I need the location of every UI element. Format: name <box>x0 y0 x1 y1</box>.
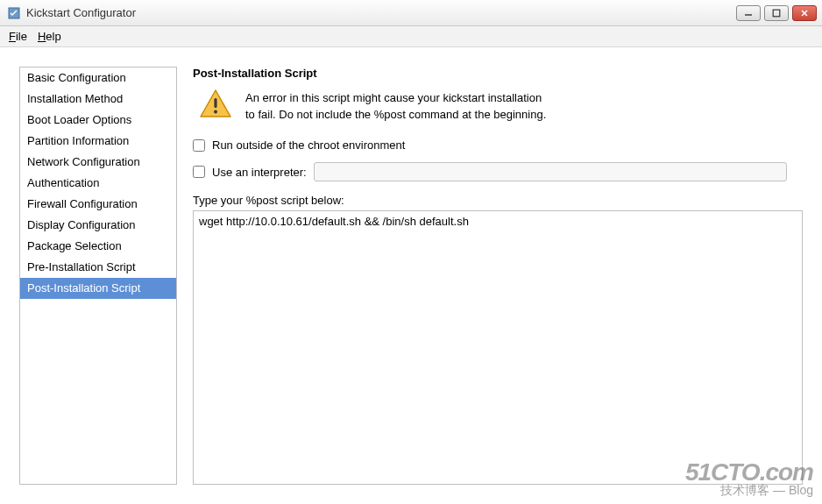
sidebar-item-partition-information[interactable]: Partition Information <box>20 131 176 152</box>
close-button[interactable] <box>792 5 817 21</box>
sidebar-item-package-selection[interactable]: Package Selection <box>20 236 176 257</box>
interpreter-row: Use an interpreter: <box>193 162 803 181</box>
warning-line1: An error in this script might cause your… <box>245 90 546 107</box>
warning-icon <box>198 87 233 124</box>
sidebar-item-firewall-configuration[interactable]: Firewall Configuration <box>20 194 176 215</box>
menu-help[interactable]: Help <box>38 30 61 43</box>
interpreter-label: Use an interpreter: <box>212 166 307 179</box>
maximize-button[interactable] <box>764 5 789 21</box>
menu-bar: File Help <box>0 26 822 47</box>
sidebar-item-boot-loader-options[interactable]: Boot Loader Options <box>20 110 176 131</box>
window-title: Kickstart Configurator <box>26 6 736 19</box>
warning-line2: to fail. Do not include the %post comman… <box>245 107 546 124</box>
warning-text: An error in this script might cause your… <box>245 87 546 124</box>
sidebar[interactable]: Basic ConfigurationInstallation MethodBo… <box>19 67 177 485</box>
menu-file[interactable]: File <box>9 30 27 43</box>
menu-file-rest: ile <box>16 30 27 43</box>
main-panel: Post-Installation Script An error in thi… <box>193 67 803 485</box>
interpreter-input[interactable] <box>314 162 787 181</box>
script-textarea[interactable] <box>193 210 803 485</box>
content-area: Basic ConfigurationInstallation MethodBo… <box>0 47 822 504</box>
svg-rect-2 <box>773 10 780 17</box>
interpreter-checkbox[interactable] <box>193 166 205 178</box>
title-bar: Kickstart Configurator <box>0 0 822 26</box>
sidebar-item-network-configuration[interactable]: Network Configuration <box>20 152 176 173</box>
svg-point-6 <box>214 110 217 114</box>
chroot-row[interactable]: Run outside of the chroot environment <box>193 138 803 152</box>
chroot-checkbox[interactable] <box>193 139 205 152</box>
sidebar-item-installation-method[interactable]: Installation Method <box>20 89 176 110</box>
window-controls <box>736 5 817 21</box>
chroot-label: Run outside of the chroot environment <box>212 138 405 152</box>
svg-rect-5 <box>214 98 216 108</box>
sidebar-item-pre-installation-script[interactable]: Pre-Installation Script <box>20 257 176 278</box>
minimize-button[interactable] <box>736 5 761 21</box>
sidebar-item-authentication[interactable]: Authentication <box>20 173 176 194</box>
sidebar-item-post-installation-script[interactable]: Post-Installation Script <box>20 278 176 299</box>
sidebar-item-basic-configuration[interactable]: Basic Configuration <box>20 67 176 89</box>
sidebar-item-display-configuration[interactable]: Display Configuration <box>20 215 176 236</box>
script-label: Type your %post script below: <box>193 194 803 207</box>
app-icon <box>7 6 21 20</box>
section-title: Post-Installation Script <box>193 67 803 80</box>
menu-help-rest: elp <box>46 30 60 43</box>
warning-row: An error in this script might cause your… <box>193 87 803 124</box>
